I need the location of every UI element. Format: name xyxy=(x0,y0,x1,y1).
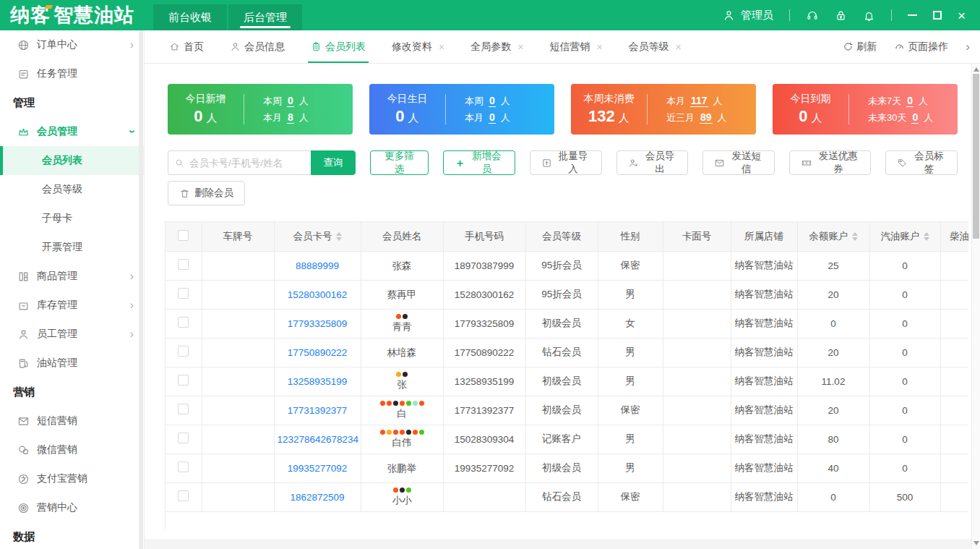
lock-icon[interactable] xyxy=(835,9,847,22)
sidebar-item-inventory-management[interactable]: 库存管理 › xyxy=(0,291,144,320)
nav-backoffice-admin[interactable]: 后台管理 xyxy=(228,4,302,30)
row-checkbox[interactable] xyxy=(178,375,189,386)
sidebar-item-staff-management[interactable]: 员工管理 › xyxy=(0,320,144,349)
cell-balance: 20 xyxy=(797,338,869,367)
tab-edit-profile[interactable]: 修改资料 × xyxy=(392,30,444,63)
cell-face-no xyxy=(663,454,731,482)
close-tab-icon[interactable]: × xyxy=(439,41,444,53)
member-card-link[interactable]: 17731392377 xyxy=(288,405,348,416)
sort-control[interactable] xyxy=(852,232,858,241)
column-header: 卡面号 xyxy=(663,222,731,251)
sidebar-group-member-management[interactable]: 会员管理 › xyxy=(0,117,144,146)
sidebar-item-order-center[interactable]: 订单中心 › xyxy=(0,30,144,59)
close-tab-icon[interactable]: × xyxy=(517,41,523,53)
member-card-link[interactable]: 19935277092 xyxy=(288,463,348,474)
cell-gender: 保密 xyxy=(598,251,663,280)
cell-plate xyxy=(202,454,274,482)
cell-gas: 0 xyxy=(869,251,940,280)
cell-gender: 保密 xyxy=(598,482,663,511)
member-card-link[interactable]: 13258935199 xyxy=(288,376,348,387)
user-icon xyxy=(723,9,735,22)
member-card-link[interactable]: 88889999 xyxy=(296,260,339,271)
cell-plate xyxy=(202,280,274,309)
sidebar-item-member-level[interactable]: 会员等级 xyxy=(0,175,144,204)
sort-asc-icon[interactable] xyxy=(336,232,342,236)
user-menu[interactable]: 管理员 xyxy=(723,9,773,22)
chevron-right-icon[interactable]: › xyxy=(966,40,970,54)
sidebar-item-invoice-management[interactable]: 开票管理 xyxy=(0,233,144,262)
search-input[interactable] xyxy=(189,158,291,169)
sidebar-item-sms-marketing[interactable]: 短信营销 xyxy=(0,407,144,435)
sort-asc-icon[interactable] xyxy=(924,232,929,236)
sidebar-item-parent-child-card[interactable]: 子母卡 xyxy=(0,204,144,233)
table-row: 15280300162 蔡再甲 15280300162 95折会员 男 纳客智慧… xyxy=(166,280,968,309)
cell-store: 纳客智慧油站 xyxy=(731,482,797,511)
sort-asc-icon[interactable] xyxy=(852,232,858,236)
row-checkbox[interactable] xyxy=(178,259,189,270)
add-member-button[interactable]: ＋新增会员 xyxy=(443,150,515,175)
member-card-link[interactable]: 1862872509 xyxy=(290,492,344,503)
page-operations-button[interactable]: 页面操作 xyxy=(894,41,948,54)
bell-icon[interactable] xyxy=(863,9,875,22)
tab-home[interactable]: 首页 xyxy=(169,30,204,63)
delete-member-button[interactable]: 删除会员 xyxy=(168,181,245,205)
row-checkbox[interactable] xyxy=(178,461,189,472)
tab-member-list[interactable]: 会员列表 xyxy=(311,30,366,63)
cell-name: 张 xyxy=(361,367,443,396)
window-close-button[interactable]: × xyxy=(958,9,966,22)
window-minimize-button[interactable] xyxy=(908,14,917,16)
sidebar-item-station-management[interactable]: 油站管理 xyxy=(0,349,144,378)
sort-desc-icon[interactable] xyxy=(336,237,342,241)
scroll-up-icon[interactable] xyxy=(973,67,979,72)
send-coupon-button[interactable]: ¥ 发送优惠券 xyxy=(789,150,871,175)
close-tab-icon[interactable]: × xyxy=(676,41,682,53)
scroll-down-icon[interactable] xyxy=(973,541,979,545)
member-card-link[interactable]: 123278642678234 xyxy=(278,434,359,445)
member-export-button[interactable]: 会员导出 xyxy=(616,150,689,175)
sort-control[interactable] xyxy=(336,232,342,241)
tab-member-level[interactable]: 会员等级 × xyxy=(629,30,682,63)
batch-import-button[interactable]: 批量导入 xyxy=(530,150,602,175)
member-card-link[interactable]: 17793325809 xyxy=(288,318,348,329)
sort-desc-icon[interactable] xyxy=(924,237,929,241)
row-checkbox[interactable] xyxy=(178,490,189,501)
row-checkbox[interactable] xyxy=(178,404,189,414)
stat-card-new-today: 今日新增 0人 本周0人 本月8人 xyxy=(168,84,353,135)
member-card-link[interactable]: 17750890222 xyxy=(288,347,348,358)
close-tab-icon[interactable]: × xyxy=(596,41,602,53)
sidebar-scrollbar[interactable] xyxy=(139,30,143,549)
goods-icon xyxy=(17,271,30,283)
vertical-scrollbar[interactable] xyxy=(971,64,980,549)
row-checkbox[interactable] xyxy=(178,317,189,328)
member-card-link[interactable]: 15280300162 xyxy=(288,289,348,300)
sidebar-item-alipay-marketing[interactable]: 支付宝营销 xyxy=(0,464,144,493)
sort-desc-icon[interactable] xyxy=(852,237,858,241)
select-all-checkbox[interactable] xyxy=(178,230,189,241)
sidebar-item-member-list[interactable]: 会员列表 xyxy=(0,146,144,175)
cell-level: 初级会员 xyxy=(525,309,598,338)
window-maximize-button[interactable] xyxy=(933,11,942,20)
horizontal-scrollbar-track[interactable] xyxy=(145,539,971,549)
send-sms-button[interactable]: 发送短信 xyxy=(702,150,775,175)
stat-card-expire-today: 今日到期 0人 未来7天0人 未来30天0人 xyxy=(773,84,958,135)
sidebar-item-goods-management[interactable]: 商品管理 › xyxy=(0,262,144,291)
search-button[interactable]: 查询 xyxy=(311,150,356,175)
sidebar-item-marketing-center[interactable]: 营销中心 xyxy=(0,493,144,522)
envelope-icon xyxy=(714,158,725,169)
headset-icon[interactable] xyxy=(806,9,819,22)
sidebar-item-wechat-marketing[interactable]: 微信营销 xyxy=(0,435,144,464)
sidebar-item-task-management[interactable]: 任务管理 xyxy=(0,59,144,88)
tab-member-info[interactable]: 会员信息 xyxy=(230,30,285,63)
sort-control[interactable] xyxy=(924,232,929,241)
tab-sms-marketing[interactable]: 短信营销 × xyxy=(549,30,602,63)
scrollbar-thumb[interactable] xyxy=(973,74,979,239)
tab-global-params[interactable]: 全局参数 × xyxy=(470,30,523,63)
table-row: 19935277092 张鹏举 19935277092 初级会员 男 纳客智慧油… xyxy=(166,454,968,482)
row-checkbox[interactable] xyxy=(178,288,189,299)
row-checkbox[interactable] xyxy=(178,433,189,443)
more-filters-button[interactable]: 更多筛选 xyxy=(370,150,429,175)
refresh-button[interactable]: 刷新 xyxy=(843,41,877,54)
nav-frontdesk-cashier[interactable]: 前台收银 xyxy=(153,4,227,30)
row-checkbox[interactable] xyxy=(178,346,189,357)
member-tag-button[interactable]: 会员标签 xyxy=(885,150,958,175)
